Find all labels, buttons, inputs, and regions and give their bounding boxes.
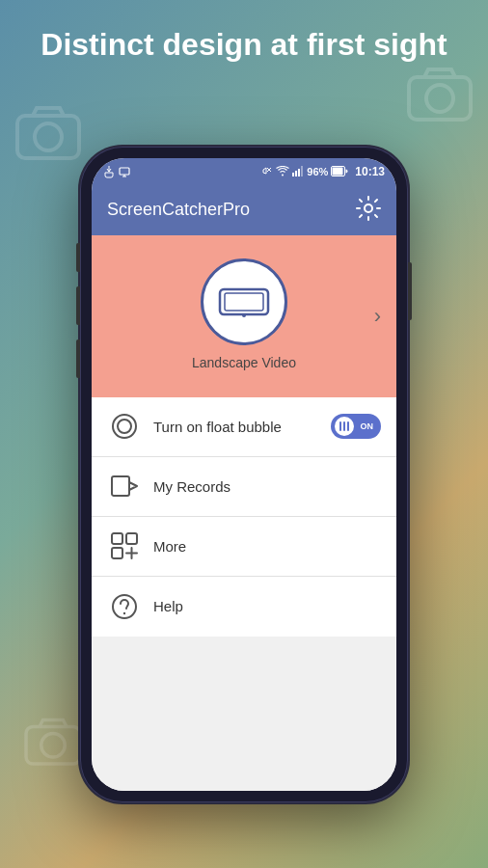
- volume-down-button: [76, 286, 80, 325]
- svg-rect-15: [225, 293, 263, 311]
- svg-rect-12: [333, 168, 343, 176]
- svg-point-24: [123, 611, 125, 613]
- svg-rect-7: [292, 173, 294, 176]
- record-area[interactable]: Landscape Video ›: [92, 235, 396, 397]
- svg-point-13: [365, 204, 372, 212]
- more-label: More: [153, 538, 381, 555]
- toggle-on-label: ON: [361, 421, 374, 431]
- headline-text: Distinct design at first sight: [0, 0, 488, 80]
- float-bubble-icon: [107, 409, 142, 444]
- settings-icon: [356, 196, 381, 221]
- help-icon: [107, 589, 142, 624]
- app-title: ScreenCatcherPro: [107, 200, 250, 220]
- svg-rect-20: [112, 533, 122, 544]
- record-mode-button[interactable]: [201, 258, 287, 345]
- more-icon: [107, 529, 142, 563]
- svg-point-18: [118, 420, 131, 433]
- signal-icon: [292, 166, 304, 176]
- help-label: Help: [153, 598, 381, 614]
- wifi-icon: [276, 166, 289, 176]
- status-left-icons: [103, 165, 130, 178]
- record-mode-label: Landscape Video: [192, 355, 296, 370]
- usb-icon: [103, 165, 115, 178]
- my-records-label: My Records: [153, 478, 381, 495]
- status-right-info: 96% 10:13: [262, 165, 385, 178]
- status-bar: 96% 10:13: [92, 158, 396, 185]
- svg-rect-19: [112, 476, 129, 496]
- svg-rect-6: [120, 168, 129, 175]
- phone-screen: 96% 10:13 ScreenCatcherPro: [92, 158, 396, 791]
- menu-list: Turn on float bubble ON: [92, 397, 396, 791]
- silent-switch: [76, 339, 80, 378]
- svg-rect-10: [301, 166, 303, 176]
- svg-point-16: [242, 313, 246, 317]
- svg-rect-9: [298, 169, 300, 176]
- power-button: [408, 262, 412, 320]
- status-time: 10:13: [355, 165, 385, 178]
- menu-item-float-bubble[interactable]: Turn on float bubble ON: [92, 397, 396, 457]
- svg-point-17: [113, 415, 136, 438]
- phone-wrapper: 96% 10:13 ScreenCatcherPro: [0, 80, 488, 868]
- record-chevron[interactable]: ›: [374, 304, 381, 329]
- svg-rect-8: [295, 171, 297, 176]
- mute-icon: [262, 166, 273, 176]
- svg-rect-22: [112, 548, 122, 558]
- svg-point-23: [113, 595, 136, 618]
- volume-up-button: [76, 243, 80, 272]
- phone-device: 96% 10:13 ScreenCatcherPro: [80, 147, 408, 802]
- toggle-lines: [339, 421, 349, 431]
- menu-item-my-records[interactable]: My Records: [92, 457, 396, 517]
- screen-icon: [119, 166, 130, 177]
- battery-icon: [331, 166, 348, 176]
- float-bubble-toggle[interactable]: ON: [331, 414, 381, 439]
- float-bubble-label: Turn on float bubble: [153, 419, 331, 435]
- toggle-thumb: [335, 417, 354, 436]
- menu-item-more[interactable]: More: [92, 517, 396, 577]
- app-bar: ScreenCatcherPro: [92, 185, 396, 235]
- settings-button[interactable]: [356, 196, 381, 225]
- my-records-icon: [107, 469, 142, 503]
- menu-item-help[interactable]: Help: [92, 577, 396, 637]
- landscape-icon: [218, 285, 270, 319]
- svg-rect-21: [126, 533, 137, 544]
- battery-percent: 96%: [307, 166, 328, 177]
